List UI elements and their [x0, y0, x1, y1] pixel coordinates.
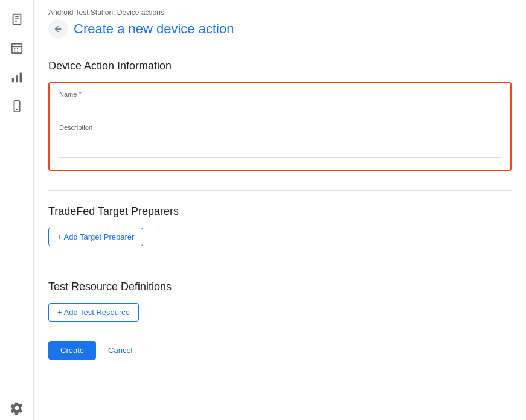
breadcrumb: Android Test Station: Device actions	[48, 8, 512, 17]
content-area: Device Action Information Name * Descrip…	[34, 45, 526, 420]
description-field: Description	[59, 124, 501, 160]
svg-rect-14	[19, 73, 22, 83]
tradefed-section: TradeFed Target Preparers + Add Target P…	[48, 205, 512, 246]
device-action-form: Name * Description	[48, 82, 512, 171]
action-buttons: Create Cancel	[48, 341, 512, 360]
name-field: Name *	[59, 91, 501, 116]
svg-rect-12	[11, 78, 14, 82]
sidebar-item-settings[interactable]	[5, 396, 29, 420]
divider-1	[48, 190, 512, 191]
cancel-button[interactable]: Cancel	[101, 341, 140, 360]
sidebar	[0, 0, 34, 420]
tradefed-title: TradeFed Target Preparers	[48, 205, 512, 218]
description-label: Description	[59, 124, 501, 131]
sidebar-item-tasks[interactable]	[5, 7, 29, 31]
header: Android Test Station: Device actions Cre…	[34, 0, 526, 45]
sidebar-item-devices[interactable]	[5, 94, 29, 118]
main-content: Android Test Station: Device actions Cre…	[34, 0, 526, 420]
create-button[interactable]: Create	[48, 341, 96, 360]
svg-rect-13	[16, 75, 18, 82]
sidebar-item-analytics[interactable]	[5, 65, 29, 89]
test-resource-section: Test Resource Definitions + Add Test Res…	[48, 281, 512, 322]
device-action-section: Device Action Information Name * Descrip…	[48, 60, 512, 171]
device-action-title: Device Action Information	[48, 60, 512, 72]
name-input[interactable]	[59, 100, 501, 116]
back-button[interactable]	[48, 19, 68, 39]
divider-2	[48, 266, 512, 266]
page-title: Create a new device action	[74, 21, 234, 37]
description-input[interactable]	[59, 133, 501, 158]
sidebar-item-schedule[interactable]	[5, 36, 29, 60]
test-resource-title: Test Resource Definitions	[48, 281, 512, 293]
add-test-resource-button[interactable]: + Add Test Resource	[48, 303, 139, 322]
add-target-preparer-button[interactable]: + Add Target Preparer	[48, 228, 143, 246]
name-label: Name *	[59, 91, 501, 98]
